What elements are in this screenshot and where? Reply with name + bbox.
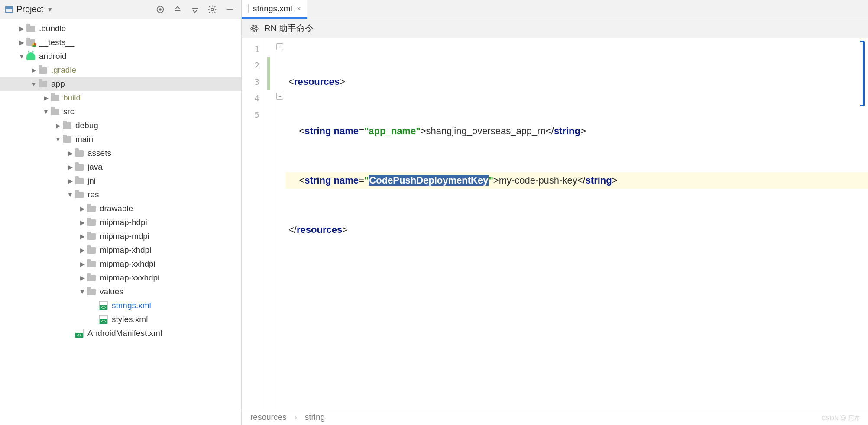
tree-item-mipmap-xxhdpi[interactable]: ▶mipmap-xxhdpi [0, 257, 241, 271]
folder-icon [62, 121, 72, 130]
tree-item-label: .gradle [51, 65, 76, 75]
xml-file-icon [248, 5, 249, 13]
chevron-right-icon[interactable]: ▶ [66, 177, 74, 184]
chevron-right-icon[interactable]: ▶ [66, 150, 74, 157]
tree-item-label: drawable [100, 204, 133, 213]
chevron-down-icon[interactable]: ▼ [17, 53, 26, 60]
project-tree[interactable]: ▶.bundle▶__tests__▼android▶.gradle▼app▶b… [0, 19, 241, 425]
code-area[interactable]: <resources> <string name="app_name">shan… [286, 38, 868, 409]
tree-item-build[interactable]: ▶build [0, 91, 241, 105]
tree-item-drawable[interactable]: ▶drawable [0, 202, 241, 216]
tree-item-java[interactable]: ▶java [0, 160, 241, 174]
chevron-down-icon[interactable]: ▼ [29, 80, 38, 87]
tree-item-label: src [63, 107, 74, 116]
folder-icon [74, 190, 84, 200]
breadcrumb-item[interactable]: resources [250, 412, 286, 422]
rn-helper-bar[interactable]: RN 助手命令 [242, 19, 868, 38]
line-gutter: 12345 [242, 38, 266, 409]
folder-icon [50, 93, 60, 103]
tree-item-styles-xml[interactable]: styles.xml [0, 312, 241, 326]
tree-item-label: mipmap-xhdpi [100, 245, 151, 255]
tree-item-mipmap-xhdpi[interactable]: ▶mipmap-xhdpi [0, 243, 241, 257]
android-icon [26, 52, 36, 61]
fold-toggle[interactable]: − [276, 93, 283, 100]
tree-item-label: android [39, 52, 66, 61]
chevron-down-icon[interactable]: ▼ [66, 191, 74, 198]
tree-item-values[interactable]: ▼values [0, 285, 241, 299]
folder-icon [87, 273, 96, 283]
expand-all-button[interactable] [171, 3, 184, 16]
svg-point-1 [159, 9, 161, 10]
tree-item-res[interactable]: ▼res [0, 188, 241, 202]
folder-icon [87, 259, 96, 269]
project-view-selector[interactable]: Project ▼ [5, 4, 154, 14]
svg-point-2 [211, 8, 214, 11]
fold-gutter: − − [275, 38, 286, 409]
project-sidebar: Project ▼ ▶.bundle▶__tests__▼android▶.gr… [0, 0, 241, 425]
folder-icon [50, 107, 60, 116]
selected-text: CodePushDeploymentKey [369, 175, 489, 186]
tree-item-src[interactable]: ▼src [0, 105, 241, 119]
line-number: 4 [242, 90, 266, 106]
chevron-down-icon[interactable]: ▼ [78, 288, 87, 295]
tree-item-androidmanifest-xml[interactable]: AndroidManifest.xml [0, 326, 241, 340]
chevron-right-icon[interactable]: ▶ [78, 247, 87, 254]
close-icon[interactable]: × [297, 4, 301, 13]
svg-point-6 [254, 28, 255, 29]
tree-item-label: app [51, 79, 65, 89]
tree-item-android[interactable]: ▼android [0, 49, 241, 63]
chevron-right-icon[interactable]: ▶ [78, 261, 87, 267]
tree-item-app[interactable]: ▼app [0, 77, 241, 91]
chevron-down-icon[interactable]: ▼ [42, 108, 50, 115]
tree-item-strings-xml[interactable]: strings.xml [0, 299, 241, 312]
xml-icon [99, 315, 108, 324]
vcs-change-marker [267, 57, 270, 74]
minimize-button[interactable] [223, 3, 236, 16]
vcs-gutter [266, 38, 275, 409]
chevron-right-icon[interactable]: ▶ [78, 205, 87, 212]
line-number: 5 [242, 106, 266, 123]
tree-item-label: AndroidManifest.xml [87, 328, 162, 338]
breadcrumb: resources › string CSDN @ 阿布 [242, 409, 868, 425]
tree-item--gradle[interactable]: ▶.gradle [0, 63, 241, 77]
chevron-right-icon[interactable]: ▶ [54, 122, 62, 129]
tree-item-assets[interactable]: ▶assets [0, 146, 241, 160]
tree-item-debug[interactable]: ▶debug [0, 119, 241, 132]
fold-toggle[interactable]: − [276, 43, 283, 50]
folder-icon [38, 65, 48, 75]
tree-item-label: __tests__ [39, 38, 74, 47]
tree-item-label: main [75, 135, 93, 144]
chevron-right-icon[interactable]: ▶ [66, 164, 74, 171]
collapse-all-button[interactable] [188, 3, 201, 16]
tree-item-label: mipmap-xxhdpi [100, 259, 155, 269]
chevron-right-icon[interactable]: ▶ [78, 274, 87, 281]
tab-label: strings.xml [253, 4, 292, 13]
tree-item-label: mipmap-mdpi [100, 232, 149, 241]
tree-item-mipmap-xxxhdpi[interactable]: ▶mipmap-xxxhdpi [0, 271, 241, 285]
tab-strings-xml[interactable]: strings.xml × [242, 0, 307, 19]
chevron-icon: › [294, 412, 297, 422]
chevron-right-icon[interactable]: ▶ [78, 219, 87, 226]
folder-icon [26, 24, 36, 33]
tree-item-label: debug [75, 121, 98, 130]
chevron-right-icon[interactable]: ▶ [17, 39, 26, 46]
chevron-down-icon[interactable]: ▼ [54, 136, 62, 143]
settings-button[interactable] [206, 3, 219, 16]
chevron-right-icon[interactable]: ▶ [29, 67, 38, 74]
breadcrumb-item[interactable]: string [305, 412, 325, 422]
tree-item-label: jni [87, 176, 96, 186]
locate-file-button[interactable] [154, 3, 167, 16]
tree-item--tests-[interactable]: ▶__tests__ [0, 35, 241, 49]
code-editor[interactable]: 12345 − − <resources> <string name="app_… [242, 38, 868, 409]
tree-item-mipmap-hdpi[interactable]: ▶mipmap-hdpi [0, 216, 241, 229]
tree-item-main[interactable]: ▼main [0, 132, 241, 146]
tree-item-mipmap-mdpi[interactable]: ▶mipmap-mdpi [0, 229, 241, 243]
folder-icon [74, 148, 84, 158]
chevron-right-icon[interactable]: ▶ [17, 25, 26, 32]
tree-item-jni[interactable]: ▶jni [0, 174, 241, 188]
tree-item--bundle[interactable]: ▶.bundle [0, 22, 241, 35]
chevron-right-icon[interactable]: ▶ [78, 233, 87, 240]
xml-icon [74, 328, 84, 338]
vcs-change-marker [267, 74, 270, 90]
chevron-right-icon[interactable]: ▶ [42, 94, 50, 101]
